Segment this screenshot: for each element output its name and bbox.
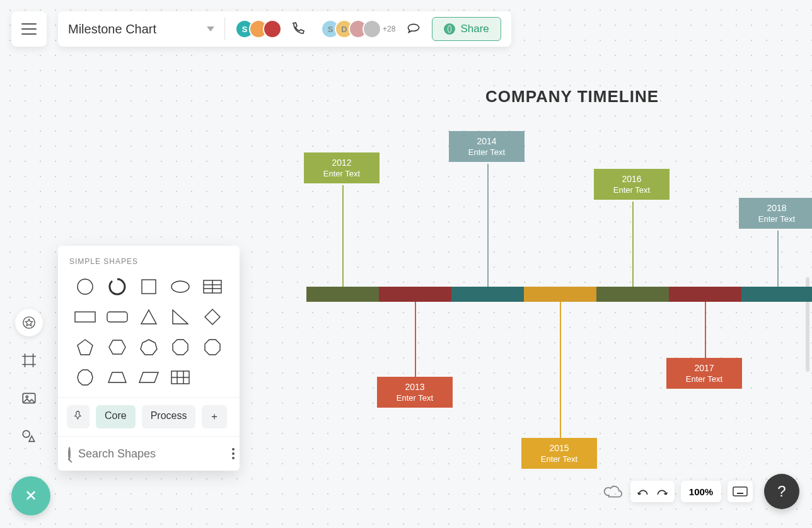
milestone-text: Enter Text [521, 454, 597, 464]
shapes-panel: SIMPLE SHAPES Core Process ＋ [58, 246, 240, 471]
help-fab[interactable]: ? [764, 474, 799, 509]
timeline-segment[interactable] [669, 287, 741, 302]
globe-icon [444, 23, 455, 35]
milestone-card[interactable]: 2012Enter Text [304, 152, 380, 183]
frame-tool[interactable] [15, 347, 43, 374]
comment-icon[interactable] [405, 21, 422, 37]
presence-avatars-viewers[interactable]: S D [321, 20, 381, 38]
document-title[interactable]: Milestone Chart [68, 22, 156, 37]
timeline-segment[interactable] [379, 287, 451, 302]
timeline-segment[interactable] [596, 287, 669, 302]
svg-rect-17 [733, 487, 747, 496]
pin-tab[interactable] [67, 405, 90, 428]
panel-tabs: Core Process ＋ [58, 397, 240, 436]
svg-rect-12 [107, 312, 127, 322]
milestone-text: Enter Text [449, 147, 525, 157]
diagram-title[interactable]: COMPANY TIMELINE [485, 87, 659, 106]
milestone-year: 2012 [304, 158, 380, 168]
svg-point-2 [26, 396, 28, 398]
shape-rect[interactable] [72, 306, 98, 328]
milestone-card[interactable]: 2017Enter Text [666, 358, 742, 389]
timeline-segment[interactable] [451, 287, 524, 302]
sync-status-icon[interactable] [601, 481, 624, 502]
chevron-down-icon[interactable] [207, 26, 214, 32]
milestone-card[interactable]: 2013Enter Text [377, 377, 453, 408]
shapes-grid [58, 273, 240, 397]
divider [224, 18, 225, 40]
milestone-year: 2018 [739, 203, 812, 213]
tab-add[interactable]: ＋ [202, 405, 227, 428]
shape-decagon[interactable] [72, 367, 98, 388]
shape-right-triangle[interactable] [167, 306, 194, 328]
zoom-level[interactable]: 100% [681, 481, 721, 502]
menu-button[interactable] [11, 11, 47, 47]
bottom-controls: 100% ? [601, 474, 799, 509]
shape-diamond[interactable] [199, 306, 226, 328]
shape-circle[interactable] [72, 276, 98, 297]
image-tool[interactable] [15, 384, 43, 412]
topbar: Milestone Chart S S D +28 Share [58, 11, 511, 47]
timeline-segment[interactable] [741, 287, 812, 302]
milestone-card[interactable]: 2015Enter Text [521, 438, 597, 469]
shape-hexagon[interactable] [103, 336, 130, 358]
close-fab[interactable]: ✕ [11, 476, 50, 515]
more-icon[interactable] [232, 448, 235, 459]
milestone-stem [560, 302, 561, 438]
tool-column [15, 309, 43, 450]
milestone-stem [632, 202, 634, 287]
milestone-stem [487, 164, 489, 287]
shape-arc[interactable] [103, 276, 130, 297]
share-button[interactable]: Share [432, 17, 501, 41]
shape-parallelogram[interactable] [136, 367, 162, 388]
milestone-stem [777, 231, 779, 287]
milestone-stem [705, 302, 706, 358]
avatar[interactable] [362, 20, 381, 38]
shape-grid[interactable] [167, 367, 194, 388]
star-tool[interactable] [15, 309, 43, 336]
search-icon [68, 447, 71, 461]
milestone-text: Enter Text [594, 185, 670, 195]
undo-icon[interactable] [637, 486, 649, 496]
milestone-year: 2014 [449, 136, 525, 146]
shape-heptagon[interactable] [136, 336, 162, 358]
milestone-text: Enter Text [304, 169, 380, 178]
milestone-year: 2017 [666, 363, 742, 373]
svg-point-3 [23, 430, 30, 437]
undo-redo [630, 481, 675, 502]
search-input[interactable] [78, 447, 224, 461]
shape-pentagon[interactable] [72, 336, 98, 358]
milestone-year: 2013 [377, 382, 453, 392]
shape-rounded-rect[interactable] [103, 306, 130, 328]
shape-square[interactable] [136, 276, 162, 297]
panel-search [58, 436, 240, 471]
milestone-stem [342, 185, 344, 287]
presence-avatars-active[interactable]: S [235, 20, 282, 38]
milestone-year: 2016 [594, 174, 670, 184]
shape-ellipse[interactable] [167, 276, 194, 297]
svg-rect-5 [142, 280, 156, 294]
milestone-card[interactable]: 2016Enter Text [594, 169, 670, 200]
shape-table-lines[interactable] [199, 276, 226, 297]
more-viewers-count[interactable]: +28 [383, 25, 395, 33]
shape-octagon2[interactable] [199, 336, 226, 358]
shapes-tool[interactable] [15, 422, 43, 450]
milestone-stem [415, 302, 416, 377]
avatar[interactable] [263, 20, 282, 38]
tab-core[interactable]: Core [96, 405, 136, 428]
timeline-bar[interactable] [306, 287, 812, 302]
keyboard-icon[interactable] [728, 481, 753, 502]
timeline-segment[interactable] [306, 287, 379, 302]
milestone-text: Enter Text [377, 393, 453, 403]
milestone-year: 2015 [521, 443, 597, 453]
shape-trapezoid[interactable] [103, 367, 130, 388]
milestone-text: Enter Text [739, 214, 812, 224]
redo-icon[interactable] [656, 486, 668, 496]
tab-process[interactable]: Process [142, 405, 196, 428]
shape-triangle[interactable] [136, 306, 162, 328]
shape-octagon[interactable] [167, 336, 194, 358]
milestone-card[interactable]: 2014Enter Text [449, 131, 525, 162]
timeline-segment[interactable] [524, 287, 596, 302]
panel-section-label: SIMPLE SHAPES [58, 246, 240, 273]
milestone-card[interactable]: 2018Enter Text [739, 198, 812, 229]
phone-icon[interactable] [291, 21, 306, 37]
